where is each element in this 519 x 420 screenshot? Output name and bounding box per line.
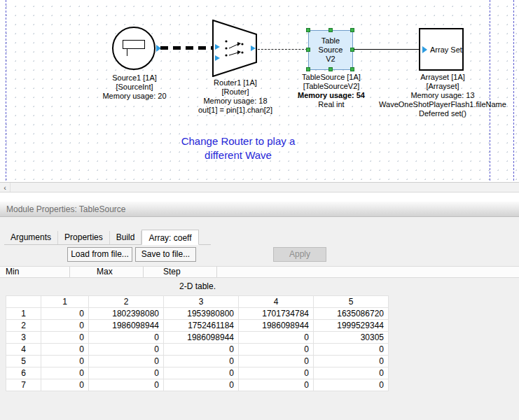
table-cell[interactable]: 1701734784 [239, 308, 314, 320]
column-header: 2 [89, 296, 164, 308]
source-node[interactable] [112, 27, 155, 70]
tab-properties[interactable]: Properties [58, 231, 110, 244]
tablesource-node[interactable]: TableSourceV2 [308, 30, 353, 70]
selection-handle[interactable] [306, 48, 310, 52]
panel-body: Arguments Properties Build Array: coeff … [0, 217, 519, 420]
router-node[interactable] [212, 20, 258, 77]
selection-handle[interactable] [306, 67, 310, 71]
table-cell[interactable]: 0 [239, 379, 314, 391]
tab-arguments[interactable]: Arguments [4, 231, 58, 244]
table-row: 1018023980801953980800170173478416350867… [6, 308, 389, 320]
design-canvas[interactable]: TableSourceV2 Array Set Source1 [1A][Sou… [0, 0, 519, 182]
tab-array-coeff[interactable]: Array: coeff [141, 230, 198, 245]
table-cell[interactable]: 1986098944 [89, 320, 164, 332]
selection-handle[interactable] [350, 67, 354, 71]
table-cell[interactable]: 0 [41, 332, 89, 344]
selection-handle[interactable] [350, 28, 354, 32]
wire-source-router[interactable] [160, 46, 212, 50]
page-guide-left [6, 0, 6, 181]
table-cell[interactable]: 0 [314, 356, 389, 368]
table-cell[interactable]: 1635086720 [314, 308, 389, 320]
table-cell[interactable]: 0 [239, 368, 314, 379]
table-cell[interactable]: 0 [164, 344, 239, 356]
row-header: 5 [6, 356, 41, 368]
column-header: 1 [41, 296, 89, 308]
panel-gap [0, 192, 519, 202]
selection-handle[interactable] [328, 67, 333, 71]
table-cell[interactable]: 0 [314, 368, 389, 379]
scroll-left-button[interactable]: ‹ [0, 183, 11, 192]
table-row: 400000 [6, 344, 389, 356]
table-cell[interactable]: 1986098944 [239, 320, 314, 332]
load-from-file-button[interactable]: Load from file... [67, 247, 132, 262]
horizontal-scrollbar[interactable]: ‹ [0, 182, 519, 192]
table-cell[interactable]: 0 [41, 368, 89, 379]
row-header: 2 [6, 320, 41, 332]
range-header-min: Min [0, 267, 70, 277]
arrayset-node[interactable]: Array Set [419, 28, 464, 71]
table-cell[interactable]: 1986098944 [164, 332, 239, 344]
table-cell[interactable]: 0 [164, 379, 239, 391]
arrayset-input-pin-icon[interactable] [422, 46, 427, 53]
table-cell[interactable]: 0 [41, 356, 89, 368]
table-cell[interactable]: 0 [41, 379, 89, 391]
table-cell[interactable]: 0 [41, 320, 89, 332]
table-row: 3001986098944030305 [6, 332, 389, 344]
table-cell[interactable]: 0 [314, 379, 389, 391]
app-window: TableSourceV2 Array Set Source1 [1A][Sou… [0, 0, 519, 420]
router-node-labels: Router1 [1A][Router]Memory usage: 18out[… [184, 78, 286, 115]
row-header: 4 [6, 344, 41, 356]
apply-button[interactable]: Apply [273, 247, 326, 262]
column-header: 5 [314, 296, 389, 308]
selection-handle[interactable] [328, 28, 333, 32]
source-symbol-stem [127, 49, 127, 56]
column-header: 4 [239, 296, 314, 308]
table-row: 600000 [6, 368, 389, 379]
range-header-step: Step [144, 267, 217, 277]
table-cell[interactable]: 0 [41, 344, 89, 356]
scroll-left-icon: ‹ [4, 183, 6, 192]
selection-handle[interactable] [350, 48, 354, 52]
table-cell[interactable]: 0 [89, 344, 164, 356]
wire-tablesource-arrayset[interactable] [354, 49, 419, 50]
range-header-max: Max [70, 267, 144, 277]
scroll-track[interactable] [11, 183, 519, 192]
arrayset-node-labels: Arrayset [1A][Arrayset]Memory usage: 13W… [376, 73, 509, 118]
tab-build[interactable]: Build [110, 231, 142, 244]
column-header: 3 [164, 296, 239, 308]
range-header: Min Max Step [0, 266, 519, 278]
table-row: 2019860989441752461184198609894419995293… [6, 320, 389, 332]
table-cell[interactable]: 0 [41, 308, 89, 320]
tablesource-node-labels: TableSource [1A][TableSourceV2]Memory us… [279, 73, 384, 109]
table-cell[interactable]: 0 [164, 356, 239, 368]
table-cell[interactable]: 0 [89, 332, 164, 344]
row-header: 3 [6, 332, 41, 344]
row-header: 6 [6, 368, 41, 379]
table-cell[interactable]: 0 [239, 332, 314, 344]
save-to-file-button[interactable]: Save to file... [135, 247, 196, 262]
selection-handle[interactable] [306, 28, 310, 32]
table-cell[interactable]: 0 [89, 379, 164, 391]
row-header: 7 [6, 379, 41, 391]
table-cell[interactable]: 0 [314, 344, 389, 356]
wire-router-tablesource[interactable] [258, 49, 307, 50]
table-row: 500000 [6, 356, 389, 368]
row-header: 1 [6, 308, 41, 320]
table-cell[interactable]: 0 [239, 356, 314, 368]
table-cell[interactable]: 1953980800 [164, 308, 239, 320]
table-cell[interactable]: 30305 [314, 332, 389, 344]
table-cell[interactable]: 1999529344 [314, 320, 389, 332]
table-caption: 2-D table. [6, 281, 389, 291]
table-cell[interactable]: 0 [89, 368, 164, 379]
source-symbol-icon [123, 40, 145, 49]
table-corner [6, 296, 41, 308]
canvas-annotation[interactable]: Change Router to play adifferent Wave [165, 134, 312, 162]
source-node-labels: Source1 [1A][SourceInt]Memory usage: 20 [89, 74, 180, 101]
arrayset-block-label: Array Set [430, 46, 462, 54]
table-cell[interactable]: 0 [89, 356, 164, 368]
table-cell[interactable]: 1752461184 [164, 320, 239, 332]
table-cell[interactable]: 0 [239, 344, 314, 356]
table-cell[interactable]: 1802398080 [89, 308, 164, 320]
table-cell[interactable]: 0 [164, 368, 239, 379]
panel-title: Module Properties: TableSource [6, 204, 126, 214]
